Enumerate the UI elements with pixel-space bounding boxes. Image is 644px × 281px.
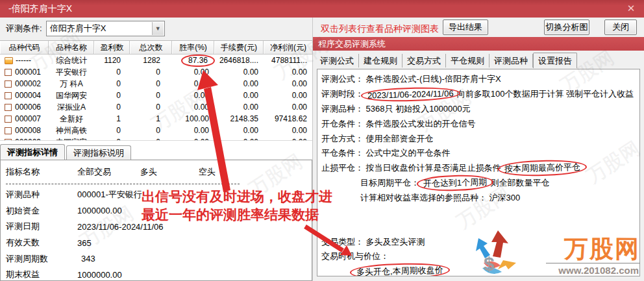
close-icon[interactable]: ✕: [625, 2, 638, 15]
stock-results-table: 品种代码 品种名称 盈利数 总次数 胜率(%) 手续费(元) 净利润(元) --…: [0, 40, 312, 159]
cell-name: 国华网安: [49, 90, 94, 101]
stock-checkbox-icon[interactable]: [5, 92, 12, 99]
cell-total: 0: [130, 79, 172, 88]
chevron-down-icon[interactable]: ▼: [152, 22, 164, 35]
report-text: 交易时机与价位：: [321, 250, 389, 262]
table-row[interactable]: 000007 全新好 1 1 100.00 2148.35 97418.62: [0, 113, 312, 125]
tab-eval-stocks[interactable]: 评测品种: [489, 54, 533, 67]
ind-col-name: 指标名称: [6, 166, 77, 178]
cell-fee: 0.00: [214, 79, 264, 88]
col-header-name[interactable]: 品种名称: [49, 41, 94, 54]
stock-checkbox-icon[interactable]: [5, 127, 12, 134]
report-line-benchmark: 计算相对收益率选择的参照品种： 沪深300: [321, 190, 639, 205]
cell-total: 0: [130, 138, 172, 141]
cell-total: 1: [130, 114, 172, 123]
cell-winrate: 0.00: [172, 67, 214, 77]
tab-indicator-details[interactable]: 评测指标详情: [0, 144, 65, 160]
cell-fee: 0.00: [214, 103, 264, 112]
ind-label: 期末权益: [6, 269, 77, 280]
cell-fee: 0.00: [214, 138, 264, 141]
table-row-summary[interactable]: ------ 综合统计 1120 1282 87.36 2646818.... …: [0, 55, 312, 66]
condition-row: 评测条件: 倍阳齐肩十字X ▼: [0, 20, 165, 37]
target-period-circle-annotation: 开仓达到1个周期: [416, 174, 493, 191]
cell-profit: 0.00: [264, 67, 312, 77]
stock-checkbox-icon[interactable]: [5, 104, 12, 111]
tab-open-rules[interactable]: 建仓规则: [359, 54, 402, 67]
tab-trade-mode[interactable]: 交易方式: [402, 54, 446, 67]
cell-name: 中国宝安: [49, 137, 94, 141]
report-text: 止损平仓： 按当日收盘价计算是否满足止损条件: [321, 162, 503, 174]
stock-checkbox-icon[interactable]: [5, 116, 12, 123]
cell-winrate: 0.00: [172, 138, 214, 141]
cell-wins: 0: [94, 91, 130, 100]
divider: [546, 263, 640, 263]
col-header-fee[interactable]: 手续费(元): [214, 41, 264, 54]
condition-label: 评测条件:: [6, 23, 42, 34]
export-results-button[interactable]: 导出结果: [443, 19, 488, 35]
cell-name: 全新好: [49, 114, 94, 125]
cell-code: 000007: [15, 114, 41, 123]
ind-value: 365: [77, 238, 246, 248]
table-row[interactable]: 000008 神州高铁 0 0 0.00 0.00 0.00: [0, 125, 312, 136]
report-text: 评测时段：: [321, 88, 366, 100]
report-line-open-cond: 开仓条件： 条件选股公式发出的开仓信号: [321, 116, 639, 131]
cell-profit: 0.00: [264, 126, 312, 135]
cell-code: 000008: [15, 126, 41, 135]
settings-tabbar: 评测公式 建仓规则 交易方式 平仓规则 评测品种 设置报告: [316, 52, 577, 67]
table-row[interactable]: 000006 深振业A 0 0 0.00 0.00 0.00: [0, 101, 312, 113]
cell-code: ------: [16, 56, 31, 65]
panel-title: 程序交易评测系统: [313, 37, 644, 51]
report-text: 开仓条件： 条件选股公式发出的开仓信号: [321, 118, 476, 130]
report-text: 计算相对收益率选择的参照品种： 沪深300: [360, 192, 520, 204]
col-header-profit[interactable]: 净利润(元): [264, 41, 312, 54]
stock-checkbox-icon[interactable]: [5, 80, 12, 88]
close-button[interactable]: 关闭: [604, 19, 637, 35]
report-text: 向前多取100个数据用于计算 强制平仓计入收益: [454, 88, 634, 100]
col-header-winrate[interactable]: 胜率(%): [172, 41, 214, 54]
report-text: 则全部数量平仓: [488, 177, 550, 189]
col-header-total[interactable]: 总次数: [130, 41, 172, 54]
table-row-clipped[interactable]: 000009 中国宝安 0 0 0.00 0.00 0.00: [0, 136, 312, 141]
divider: [6, 184, 240, 184]
switch-chart-button[interactable]: 切换分析图: [544, 19, 589, 35]
condition-dropdown[interactable]: 倍阳齐肩十字X ▼: [46, 21, 165, 36]
col-header-code[interactable]: 品种代码: [0, 41, 49, 54]
report-text: 目标周期平仓：: [360, 177, 422, 189]
col-header-wins[interactable]: 盈利数: [94, 41, 130, 54]
ind-col-short: 空头: [199, 166, 251, 178]
timing-circle-annotation: 多头开仓,本周期收盘价: [350, 262, 450, 276]
tab-indicator-notes[interactable]: 评测指标说明: [66, 145, 131, 160]
report-line-close-cond: 平仓条件： 公式中定义的平仓条件: [321, 146, 639, 161]
cell-name: 深振业A: [49, 102, 94, 113]
ind-col-long: 多头: [140, 166, 199, 178]
report-line-formula: 评测公式： 条件选股公式-(日线)-倍阳齐肩十字X: [321, 72, 639, 87]
cell-fee: 0.00: [214, 91, 264, 100]
tab-eval-formula[interactable]: 评测公式: [316, 54, 359, 67]
annotation-text-1: 出信号没有及时进场，收盘才进: [142, 188, 332, 206]
table-row[interactable]: 000004 国华网安 0 0 0.00 0.00 0.00: [0, 90, 312, 101]
cell-total: 1282: [130, 56, 172, 65]
summary-folder-icon: [5, 57, 13, 64]
cell-total: 0: [130, 67, 172, 77]
stoploss-circle-annotation: 按本周期最高价平仓: [498, 159, 588, 177]
tab-report-settings[interactable]: 设置报告: [533, 53, 577, 68]
tab-close-rules[interactable]: 平仓规则: [446, 54, 489, 67]
report-line-target-period: 目标周期平仓： 开仓达到1个周期 则全部数量平仓: [321, 176, 639, 191]
evaluation-results-panel: 评测条件: 倍阳齐肩十字X ▼ 品种代码 品种名称 盈利数 总次数 胜率(%) …: [0, 18, 312, 281]
period-circle-annotation: 2023/11/06-2024/11/06: [360, 86, 460, 103]
report-text: 评测公式： 条件选股公式-(日线)-倍阳齐肩十字X: [321, 73, 501, 85]
cell-total: 0: [130, 91, 172, 100]
winrate-circle-annotation: 87.36: [181, 55, 215, 67]
ind-label: 有效天数: [6, 237, 77, 249]
report-text: 评测品种： 5368只 初始投入1000000元: [321, 103, 471, 115]
cell-fee: 0.00: [214, 67, 264, 77]
report-text: 平仓条件： 公式中定义的平仓条件: [321, 147, 451, 159]
list-item: 有效天数365: [6, 235, 312, 251]
report-line-stoploss: 止损平仓： 按当日收盘价计算是否满足止损条件 按本周期最高价平仓: [321, 161, 639, 176]
cell-wins: 1120: [94, 56, 130, 65]
stock-checkbox-icon[interactable]: [5, 69, 12, 76]
ind-label: 评测品种: [6, 189, 77, 201]
table-row[interactable]: 000002 万 科A 0 0 0.00 0.00 0.00: [0, 78, 312, 90]
table-row[interactable]: 000001 平安银行 0 0 0.00 0.00 0.00: [0, 66, 312, 78]
ind-label: 初始资金: [6, 205, 77, 217]
